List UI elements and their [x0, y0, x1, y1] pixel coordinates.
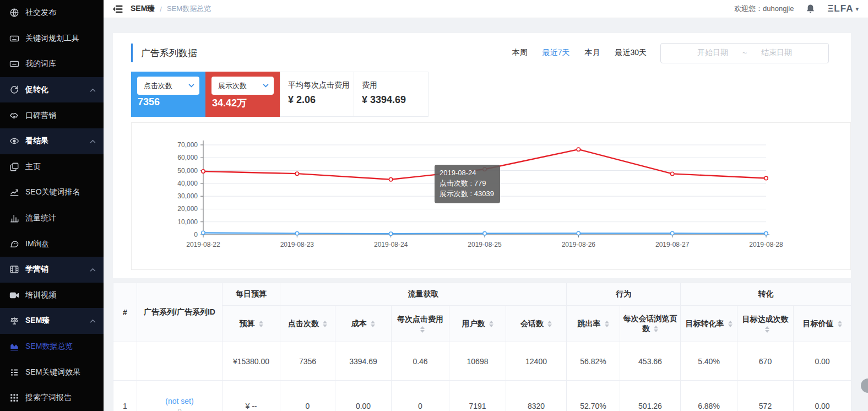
list-icon: [9, 367, 19, 377]
welcome-text: 欢迎您：duhongjie: [734, 4, 794, 14]
sidebar-item-label: IM询盘: [25, 239, 50, 249]
topbar: SEM臻 / SEM数据总览 欢迎您：duhongjie ΞLFA ▾: [104, 0, 868, 18]
sidebar-item-keyword-planner[interactable]: 关键词规划工具: [0, 26, 104, 52]
sort-control[interactable]: [605, 321, 609, 327]
sidebar-item-search-term-report[interactable]: 搜索字词报告: [0, 385, 104, 411]
time-filters: 本周 最近7天 本月 最近30天 开始日期 ~ 结束日期: [497, 43, 829, 63]
sidebar-item-im-inquiry[interactable]: IM询盘: [0, 231, 104, 257]
sidebar-item-social-publish[interactable]: 社交发布: [0, 0, 104, 26]
sidebar-item-word-of-mouth[interactable]: 口碑营销: [0, 102, 104, 128]
table-cell: 6.88%: [681, 381, 737, 411]
sort-control[interactable]: [547, 321, 552, 327]
sidebar-item-label: 主页: [25, 162, 41, 172]
sidebar-item-my-thesaurus[interactable]: 我的词库: [0, 51, 104, 77]
sidebar: 社交发布关键词规划工具我的词库促转化口碑营销看结果主页SEO关键词排名流量统计I…: [0, 0, 104, 411]
logo-text: ΞLFA: [827, 3, 853, 14]
sort-control[interactable]: [728, 321, 733, 327]
date-range-separator: ~: [742, 48, 747, 57]
group-header: 行为: [567, 283, 681, 306]
bell-icon[interactable]: [806, 4, 815, 14]
col-header-label: 预算: [240, 319, 255, 328]
sidebar-item-traffic-stats[interactable]: 流量统计: [0, 206, 104, 231]
col-header-label: 目标价值: [803, 319, 834, 328]
campaign-link[interactable]: (not set): [139, 397, 220, 405]
sidebar-item-label: 看结果: [25, 136, 48, 146]
date-range-picker[interactable]: 开始日期 ~ 结束日期: [660, 43, 829, 63]
filter-last-7-days[interactable]: 最近7天: [542, 48, 570, 58]
col-header-label: 目标达成次数: [742, 315, 789, 323]
group-header: 流量获取: [280, 283, 567, 306]
sidebar-item-sem-zhen[interactable]: SEM臻: [0, 308, 104, 334]
sidebar-item-label: 促转化: [25, 85, 48, 95]
sort-control[interactable]: [420, 326, 425, 333]
table-cell: 5.40%: [681, 342, 737, 381]
col-header-campaign: 广告系列/广告系列ID: [137, 283, 223, 342]
table-cell: 7191: [449, 381, 506, 411]
col-header-label: 每次点击费用: [397, 315, 443, 323]
metric-avg-cpc-card: 平均每次点击费用 ¥ 2.06: [280, 72, 354, 117]
copy-icon: [9, 162, 19, 172]
filter-this-week[interactable]: 本周: [512, 48, 528, 58]
summary-row: ¥15380.0073563394.690.46106981240056.82%…: [113, 342, 851, 381]
sidebar-item-sem-data-overview[interactable]: SEM数据总览: [0, 334, 104, 360]
col-header-label: 点击次数: [288, 319, 319, 328]
svg-text:10,000: 10,000: [177, 218, 198, 226]
metric-clicks-card: 点击次数 7356: [131, 72, 205, 117]
metric-impressions-select[interactable]: 展示次数: [211, 77, 274, 95]
metric-cost-value: ¥ 3394.69: [354, 94, 428, 106]
sidebar-item-label: 社交发布: [25, 8, 56, 18]
svg-text:20,000: 20,000: [177, 205, 198, 213]
metric-avg-cpc-label: 平均每次点击费用: [280, 72, 354, 94]
video-icon: [9, 290, 19, 300]
metric-cost-card: 费用 ¥ 3394.69: [354, 72, 428, 117]
sort-control[interactable]: [654, 326, 658, 332]
table-cell: 10698: [449, 342, 506, 381]
sidebar-item-conversion[interactable]: 促转化: [0, 77, 104, 103]
col-header: 每次会话浏览页数: [620, 306, 681, 342]
metric-avg-cpc-value: ¥ 2.06: [280, 94, 354, 106]
sort-control[interactable]: [371, 321, 375, 327]
account-menu[interactable]: ΞLFA ▾: [827, 3, 859, 14]
filter-last-30-days[interactable]: 最近30天: [615, 48, 647, 58]
metric-cost-label: 费用: [354, 72, 428, 94]
eye-icon: [9, 136, 19, 146]
sidebar-item-homepage[interactable]: 主页: [0, 154, 104, 180]
sort-control[interactable]: [765, 326, 769, 333]
col-header: 用户数: [449, 306, 506, 342]
table-cell: 0: [392, 381, 449, 411]
start-date-placeholder: 开始日期: [697, 48, 728, 58]
sidebar-item-label: SEM臻: [25, 316, 50, 326]
sidebar-item-learn-marketing[interactable]: 学营销: [0, 257, 104, 283]
campaign-table-section: #广告系列/广告系列ID每日预算流量获取行为转化预算点击次数成本每次点击费用用户…: [113, 283, 851, 411]
bar-chart-icon: [9, 213, 19, 223]
collapse-sidebar-icon[interactable]: [112, 5, 123, 13]
svg-text:50,000: 50,000: [177, 167, 198, 175]
filter-this-month[interactable]: 本月: [584, 48, 600, 58]
sort-control[interactable]: [838, 321, 842, 327]
sidebar-item-label: SEM关键词效果: [25, 367, 80, 377]
sidebar-item-results[interactable]: 看结果: [0, 128, 104, 154]
svg-text:2019-08-24: 2019-08-24: [374, 241, 408, 248]
col-header: 每次点击费用: [392, 306, 449, 342]
col-header: 点击次数: [280, 306, 335, 342]
sidebar-item-training-videos[interactable]: 培训视频: [0, 283, 104, 309]
sort-control[interactable]: [489, 321, 493, 327]
svg-text:2019-08-22: 2019-08-22: [186, 241, 220, 248]
metric-clicks-select[interactable]: 点击次数: [137, 77, 199, 95]
sidebar-item-seo-keyword-rank[interactable]: SEO关键词排名: [0, 180, 104, 206]
sidebar-item-sem-keyword-effect[interactable]: SEM关键词效果: [0, 359, 104, 385]
svg-text:30,000: 30,000: [177, 192, 198, 200]
line-chart[interactable]: 010,00020,00030,00040,00050,00060,00070,…: [132, 123, 850, 268]
chat-icon: [9, 239, 19, 249]
breadcrumb-page: SEM数据总览: [167, 4, 211, 14]
col-header: 成本: [335, 306, 392, 342]
breadcrumb-section[interactable]: SEM臻: [131, 4, 155, 14]
sort-control[interactable]: [323, 321, 327, 327]
col-header-label: 成本: [351, 319, 367, 328]
svg-text:60,000: 60,000: [177, 154, 198, 161]
table-cell: 56.82%: [567, 342, 620, 381]
sort-control[interactable]: [259, 321, 263, 327]
sidebar-item-label: 学营销: [25, 264, 48, 274]
campaign-data-card: 广告系列数据 本周 最近7天 本月 最近30天 开始日期 ~ 结束日期 点击次数: [113, 33, 851, 278]
col-header: 目标达成次数: [737, 306, 794, 342]
